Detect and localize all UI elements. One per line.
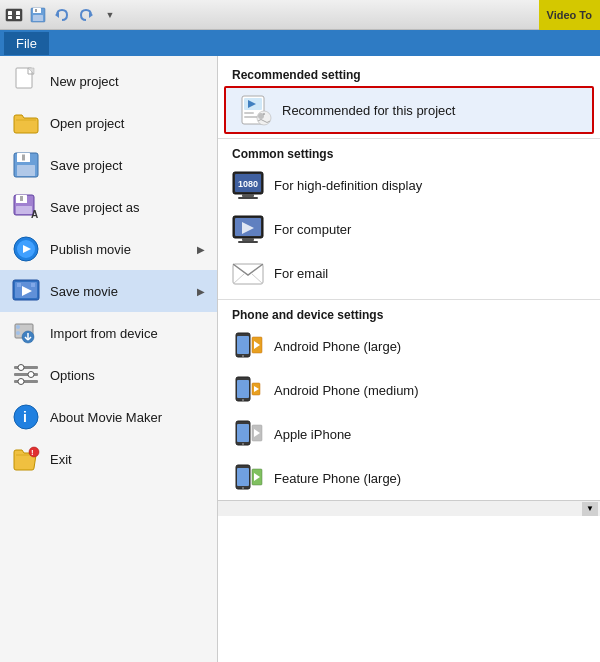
new-project-icon [12, 67, 40, 95]
svg-point-53 [258, 113, 264, 119]
divider-2 [218, 299, 600, 300]
sidebar-item-options[interactable]: Options [0, 354, 217, 396]
computer-icon [232, 213, 264, 245]
svg-rect-11 [16, 68, 32, 88]
svg-point-41 [28, 372, 34, 378]
svg-rect-58 [238, 197, 258, 199]
android-medium-label: Android Phone (medium) [274, 383, 419, 398]
panel-item-email[interactable]: For email [218, 251, 600, 295]
options-icon [12, 361, 40, 389]
undo-icon[interactable] [52, 5, 72, 25]
android-large-label: Android Phone (large) [274, 339, 401, 354]
open-project-icon [12, 109, 40, 137]
options-label: Options [50, 368, 205, 383]
svg-rect-84 [237, 468, 249, 486]
svg-point-75 [242, 399, 244, 401]
redo-icon[interactable] [76, 5, 96, 25]
svg-text:i: i [23, 409, 27, 425]
sidebar-item-about[interactable]: i About Movie Maker [0, 396, 217, 438]
sidebar-item-exit[interactable]: ! Exit [0, 438, 217, 480]
svg-point-42 [18, 379, 24, 385]
file-menu-tab[interactable]: File [4, 32, 49, 55]
recommended-project-icon [240, 94, 272, 126]
sidebar-item-save-project-as[interactable]: A Save project as [0, 186, 217, 228]
exit-label: Exit [50, 452, 205, 467]
svg-rect-63 [238, 241, 258, 243]
filmstrip-icon[interactable] [4, 5, 24, 25]
save-icon[interactable] [28, 5, 48, 25]
feature-phone-large-label: Feature Phone (large) [274, 471, 401, 486]
recommended-section-header: Recommended setting [218, 64, 600, 84]
email-label: For email [274, 266, 328, 281]
bottom-scrollbar[interactable]: ▼ [218, 500, 600, 516]
recommended-project-label: Recommended for this project [282, 103, 455, 118]
save-project-label: Save project [50, 158, 205, 173]
app-title: Video To [539, 0, 600, 30]
save-project-as-icon: A [12, 193, 40, 221]
panel-item-android-medium[interactable]: Android Phone (medium) [218, 368, 600, 412]
android-large-icon [232, 330, 264, 362]
sidebar-item-new-project[interactable]: New project [0, 60, 217, 102]
apple-iphone-label: Apple iPhone [274, 427, 351, 442]
feature-phone-large-icon [232, 462, 264, 494]
panel-item-recommended[interactable]: Recommended for this project [224, 86, 594, 134]
svg-point-40 [18, 365, 24, 371]
sidebar-item-import-device[interactable]: Import from device [0, 312, 217, 354]
common-section-header: Common settings [218, 143, 600, 163]
apple-iphone-icon [232, 418, 264, 450]
save-project-as-label: Save project as [50, 200, 205, 215]
svg-rect-69 [237, 336, 249, 354]
panel-item-apple-iphone[interactable]: Apple iPhone [218, 412, 600, 456]
svg-rect-16 [22, 155, 25, 161]
menubar: File [0, 30, 600, 56]
svg-rect-8 [35, 9, 37, 12]
toolbar-icons: ▼ [4, 5, 120, 25]
svg-rect-74 [237, 380, 249, 398]
sidebar-item-publish-movie[interactable]: Publish movie ▶ [0, 228, 217, 270]
exit-icon: ! [12, 445, 40, 473]
svg-point-85 [242, 487, 244, 489]
sidebar-item-open-project[interactable]: Open project [0, 102, 217, 144]
svg-rect-15 [17, 165, 35, 176]
svg-rect-79 [237, 424, 249, 442]
svg-rect-4 [16, 16, 20, 19]
sidebar: New project Open project S [0, 56, 218, 662]
publish-movie-label: Publish movie [50, 242, 187, 257]
svg-rect-62 [242, 238, 254, 241]
svg-rect-19 [16, 206, 32, 214]
right-panel: Recommended setting Recommended for this… [218, 56, 600, 662]
panel-item-hd-display[interactable]: 1080 For high-definition display [218, 163, 600, 207]
android-medium-icon [232, 374, 264, 406]
import-device-icon [12, 319, 40, 347]
svg-text:!: ! [31, 448, 34, 457]
panel-item-feature-phone-large[interactable]: Feature Phone (large) [218, 456, 600, 500]
publish-movie-icon [12, 235, 40, 263]
svg-rect-57 [242, 194, 254, 197]
scroll-down-arrow-icon[interactable]: ▼ [582, 502, 598, 516]
main-content: New project Open project S [0, 56, 600, 662]
phone-section-header: Phone and device settings [218, 304, 600, 324]
svg-rect-20 [20, 196, 23, 201]
save-movie-label: Save movie [50, 284, 187, 299]
svg-rect-51 [244, 116, 258, 118]
svg-rect-29 [31, 283, 35, 287]
publish-movie-arrow-icon: ▶ [197, 244, 205, 255]
sidebar-item-save-movie[interactable]: Save movie ▶ [0, 270, 217, 312]
about-icon: i [12, 403, 40, 431]
save-movie-arrow-icon: ▶ [197, 286, 205, 297]
panel-item-computer[interactable]: For computer [218, 207, 600, 251]
about-label: About Movie Maker [50, 410, 205, 425]
svg-text:A: A [31, 209, 38, 220]
save-project-icon [12, 151, 40, 179]
svg-rect-1 [8, 11, 12, 15]
svg-point-80 [242, 443, 244, 445]
panel-item-android-large[interactable]: Android Phone (large) [218, 324, 600, 368]
sidebar-item-save-project[interactable]: Save project [0, 144, 217, 186]
svg-point-31 [16, 325, 20, 329]
titlebar: ▼ Video To [0, 0, 600, 30]
quick-access-dropdown-icon[interactable]: ▼ [100, 5, 120, 25]
open-project-label: Open project [50, 116, 205, 131]
svg-point-32 [16, 331, 20, 335]
svg-rect-7 [33, 15, 43, 21]
email-icon [232, 257, 264, 289]
